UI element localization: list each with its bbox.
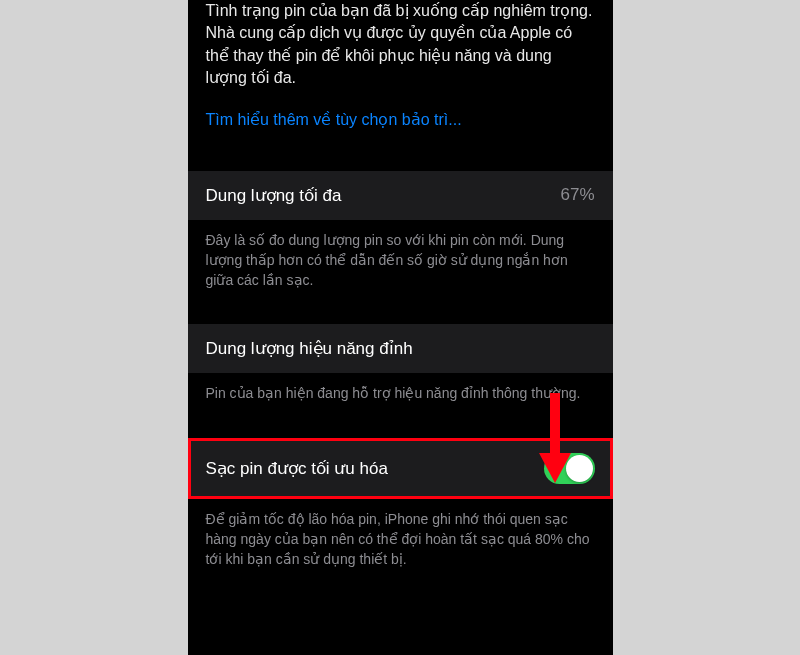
section-divider <box>188 420 613 438</box>
settings-content: Tình trạng pin của bạn đã bị xuống cấp n… <box>188 0 613 586</box>
section-divider <box>188 143 613 171</box>
battery-warning-text: Tình trạng pin của bạn đã bị xuống cấp n… <box>188 0 613 102</box>
optimized-charging-row[interactable]: Sạc pin được tối ưu hóa <box>188 438 613 499</box>
peak-performance-description: Pin của bạn hiện đang hỗ trợ hiệu năng đ… <box>188 373 613 419</box>
peak-performance-row[interactable]: Dung lượng hiệu năng đỉnh <box>188 324 613 373</box>
max-capacity-description: Đây là số đo dung lượng pin so với khi p… <box>188 220 613 307</box>
section-divider <box>188 306 613 324</box>
max-capacity-value: 67% <box>560 185 594 205</box>
peak-performance-label: Dung lượng hiệu năng đỉnh <box>206 338 413 359</box>
maintenance-link-row[interactable]: Tìm hiểu thêm về tùy chọn bảo trì... <box>188 102 613 143</box>
max-capacity-row[interactable]: Dung lượng tối đa 67% <box>188 171 613 220</box>
max-capacity-label: Dung lượng tối đa <box>206 185 342 206</box>
settings-screen: Tình trạng pin của bạn đã bị xuống cấp n… <box>188 0 613 655</box>
toggle-knob <box>566 455 593 482</box>
optimized-charging-description: Để giảm tốc độ lão hóa pin, iPhone ghi n… <box>188 499 613 586</box>
optimized-charging-toggle[interactable] <box>544 453 595 484</box>
maintenance-link-label: Tìm hiểu thêm về tùy chọn bảo trì... <box>206 111 462 128</box>
optimized-charging-label: Sạc pin được tối ưu hóa <box>206 458 388 479</box>
